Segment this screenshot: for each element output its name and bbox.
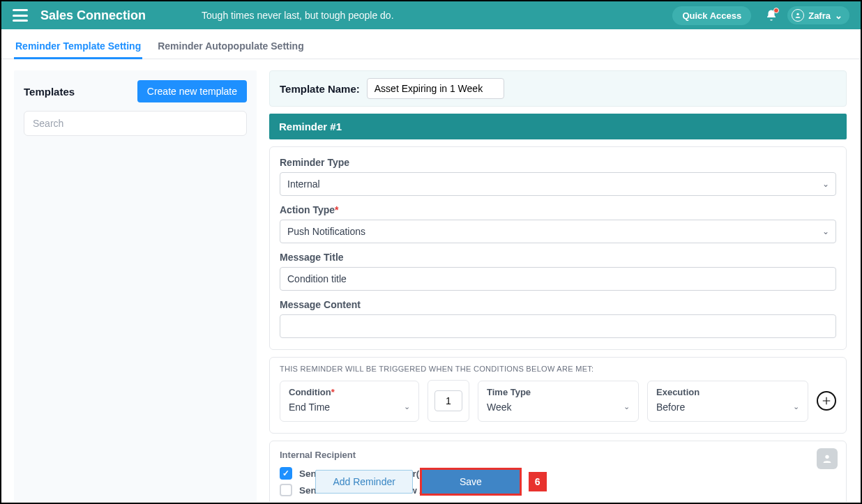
topbar: Sales Connection Tough times never last,… — [1, 1, 861, 29]
message-title-input[interactable] — [280, 267, 836, 291]
trigger-card: THIS REMINDER WILL BE TRIGGERED WHEN THE… — [269, 357, 847, 434]
content: Templates Create new template Template N… — [1, 59, 861, 502]
add-recipient-button[interactable] — [817, 448, 838, 469]
add-condition-button[interactable] — [817, 391, 836, 411]
offset-input[interactable] — [434, 390, 462, 411]
chevron-down-icon: ⌄ — [623, 402, 630, 411]
message-title-label: Message Title — [280, 252, 836, 263]
reminder-card: Reminder Type Internal ⌄ Action Type* Pu… — [269, 146, 847, 350]
user-icon — [822, 453, 833, 464]
chevron-down-icon: ⌄ — [835, 10, 842, 21]
reminder-section-header: Reminder #1 — [269, 114, 847, 139]
template-name-input[interactable] — [367, 78, 504, 99]
execution-label: Execution — [656, 387, 799, 397]
tab-reminder-autopopulate-setting[interactable]: Reminder Autopopulate Setting — [156, 36, 305, 59]
tabs: Reminder Template Setting Reminder Autop… — [1, 29, 861, 59]
action-type-select[interactable]: Push Notifications — [280, 220, 836, 243]
app-title: Sales Connection — [40, 8, 146, 23]
chevron-down-icon: ⌄ — [404, 402, 410, 411]
sidebar: Templates Create new template — [14, 70, 257, 502]
search-input[interactable] — [24, 111, 247, 136]
action-type-label: Action Type* — [280, 204, 836, 215]
plus-icon — [822, 396, 831, 406]
condition-select[interactable]: End Time ⌄ — [289, 400, 410, 414]
timetype-select[interactable]: Week ⌄ — [487, 400, 630, 414]
save-button[interactable]: Save — [422, 470, 520, 494]
tagline: Tough times never last, but tough people… — [202, 10, 394, 21]
message-content-input[interactable] — [280, 314, 836, 338]
recipients-title: Internal Recipient — [280, 450, 836, 460]
template-name-bar: Template Name: — [269, 70, 847, 107]
condition-label: Condition* — [289, 387, 410, 397]
menu-icon[interactable] — [13, 9, 28, 22]
timetype-label: Time Type — [487, 387, 630, 397]
notification-dot — [773, 8, 779, 13]
tab-reminder-template-setting[interactable]: Reminder Template Setting — [14, 36, 142, 59]
step-badge: 6 — [529, 472, 547, 491]
reminder-type-select[interactable]: Internal — [280, 172, 836, 196]
save-button-highlight: Save — [420, 468, 522, 496]
template-name-label: Template Name: — [280, 83, 360, 95]
user-menu[interactable]: Zafra ⌄ — [787, 6, 849, 24]
user-name: Zafra — [808, 10, 831, 21]
trigger-header: THIS REMINDER WILL BE TRIGGERED WHEN THE… — [280, 365, 836, 373]
chevron-down-icon: ⌄ — [793, 402, 799, 411]
actions-bar: Add Reminder Save 6 — [1, 468, 861, 496]
svg-point-1 — [825, 455, 829, 459]
svg-point-0 — [797, 13, 799, 15]
execution-select[interactable]: Before ⌄ — [656, 400, 799, 414]
main: Template Name: Reminder #1 Reminder Type… — [269, 70, 851, 502]
add-reminder-button[interactable]: Add Reminder — [315, 470, 413, 494]
quick-access-button[interactable]: Quick Access — [672, 6, 751, 25]
message-content-label: Message Content — [280, 299, 836, 310]
create-template-button[interactable]: Create new template — [137, 80, 247, 102]
sidebar-title: Templates — [24, 86, 75, 98]
avatar-icon — [792, 9, 804, 22]
notifications-button[interactable] — [765, 9, 778, 22]
reminder-type-label: Reminder Type — [280, 157, 836, 168]
